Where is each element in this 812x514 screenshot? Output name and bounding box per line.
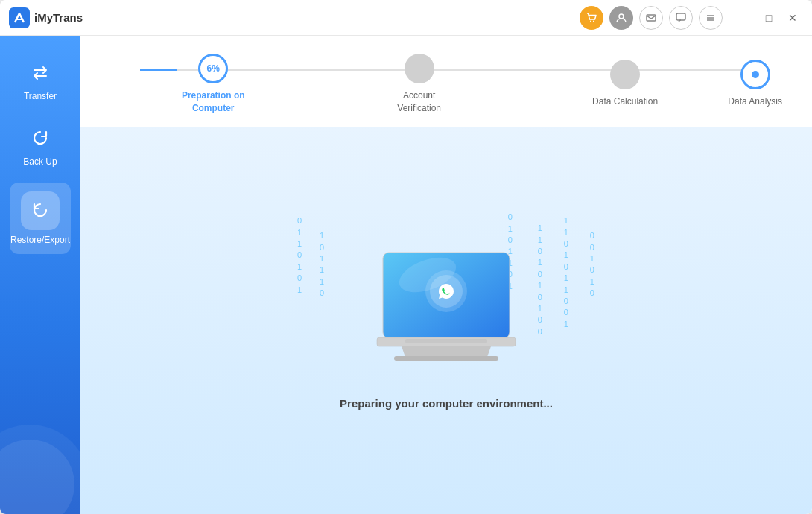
- title-bar-actions: — □ ✕: [580, 6, 803, 30]
- transfer-icon: [27, 60, 54, 86]
- app-window: iMyTrans: [0, 0, 812, 514]
- transfer-label: Transfer: [24, 91, 57, 101]
- content-area: 6% Preparation on Computer Account Verif…: [80, 36, 812, 514]
- svg-rect-15: [394, 356, 498, 361]
- step-analysis: Data Analysis: [728, 60, 782, 108]
- main-content: 0110101 101110 0101101 1101010100 110101…: [80, 127, 812, 514]
- step-calculation-circle: [610, 60, 640, 89]
- sidebar: Transfer Back Up: [0, 36, 80, 514]
- binary-col-2: 101110: [320, 230, 325, 299]
- progress-steps: 6% Preparation on Computer Account Verif…: [110, 54, 782, 115]
- progress-area: 6% Preparation on Computer Account Verif…: [80, 36, 812, 127]
- svg-rect-16: [405, 339, 487, 343]
- step-analysis-circle: [740, 60, 770, 89]
- app-title: iMyTrans: [34, 11, 83, 24]
- backup-icon: [27, 125, 54, 152]
- svg-point-1: [590, 20, 591, 22]
- app-logo-icon: [9, 7, 30, 28]
- laptop-container: 0110101 101110 0101101 1101010100 110101…: [349, 230, 543, 379]
- sidebar-item-transfer[interactable]: Transfer: [10, 51, 71, 110]
- status-text: Preparing your computer environment...: [340, 397, 553, 410]
- illustration: 0110101 101110 0101101 1101010100 110101…: [340, 230, 553, 410]
- step-preparation-circle: 6%: [198, 54, 228, 83]
- step-preparation: 6% Preparation on Computer: [110, 54, 316, 115]
- chat-button[interactable]: [669, 6, 693, 30]
- binary-col-6: 001010: [590, 230, 595, 299]
- laptop-svg: [361, 245, 532, 379]
- svg-rect-0: [9, 7, 30, 28]
- binary-col-1: 0110101: [297, 215, 302, 296]
- menu-button[interactable]: [699, 6, 723, 30]
- mail-button[interactable]: [639, 6, 663, 30]
- binary-col-4: 1101010100: [538, 223, 543, 337]
- sidebar-deco2: [0, 425, 80, 514]
- step-verification-circle: [405, 54, 434, 83]
- step-analysis-label: Data Analysis: [728, 95, 782, 108]
- step-verification: Account Verification: [316, 54, 521, 115]
- window-controls: — □ ✕: [735, 7, 803, 28]
- logo-area: iMyTrans: [9, 7, 83, 28]
- main-layout: Transfer Back Up: [0, 36, 812, 514]
- step-verification-label: Account Verification: [397, 89, 441, 115]
- step-preparation-value: 6%: [207, 63, 220, 74]
- restore-label: Restore/Export: [10, 235, 70, 245]
- backup-label: Back Up: [23, 156, 57, 167]
- step-calculation-label: Data Calculation: [592, 95, 658, 108]
- title-bar: iMyTrans: [0, 0, 812, 36]
- step-preparation-label: Preparation on Computer: [182, 89, 245, 115]
- svg-rect-9: [752, 71, 759, 78]
- svg-rect-4: [647, 15, 656, 21]
- svg-rect-5: [676, 13, 685, 20]
- minimize-button[interactable]: —: [735, 7, 755, 28]
- maximize-button[interactable]: □: [758, 7, 779, 28]
- restore-icon-box: [21, 191, 60, 230]
- step-calculation: Data Calculation: [522, 60, 728, 108]
- svg-point-2: [593, 20, 594, 22]
- close-button[interactable]: ✕: [782, 7, 803, 28]
- sidebar-item-restore[interactable]: Restore/Export: [10, 183, 71, 254]
- binary-col-5: 1101011001: [564, 215, 569, 330]
- svg-point-3: [619, 14, 624, 19]
- user-button[interactable]: [609, 6, 633, 30]
- cart-button[interactable]: [580, 6, 603, 30]
- sidebar-item-backup[interactable]: Back Up: [10, 116, 71, 176]
